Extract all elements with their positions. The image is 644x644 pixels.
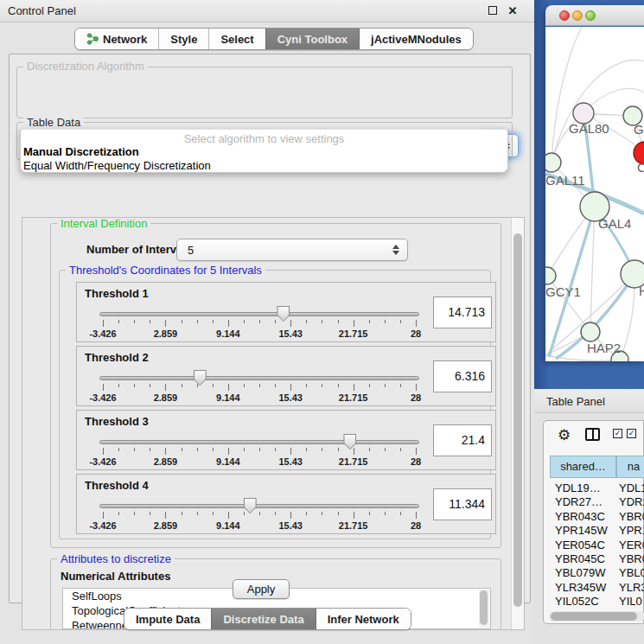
network-node[interactable] (581, 322, 600, 341)
gear-icon[interactable]: ⚙ (558, 426, 571, 444)
table-row-cell[interactable]: YBR043C (555, 510, 615, 523)
tick-mark (354, 320, 354, 327)
float-window-icon[interactable] (487, 5, 499, 17)
close-icon[interactable]: ✕ (507, 5, 519, 17)
minimize-traffic-light-icon[interactable] (572, 10, 583, 21)
slider-ticks (99, 384, 419, 392)
tick-mark (118, 448, 119, 451)
checkbox-icon[interactable]: ✓ (627, 429, 636, 438)
table-row-cell[interactable]: YDR2 (619, 495, 644, 508)
tab-label: Network (103, 33, 147, 46)
dropdown-option-equal-width[interactable]: Equal Width/Frequency Discretization (23, 159, 211, 172)
table-row-cell[interactable]: YBL079W (555, 566, 615, 579)
threshold-value-box[interactable]: 21.4 (433, 424, 492, 456)
dropdown-hint: Select algorithm to view settings (21, 132, 507, 145)
table-window: ⚙ ✓ ✓ shared… na YDL19…YDL1YDR27…YDR2YBR… (543, 420, 644, 624)
attributes-list-scrollbar[interactable] (479, 590, 489, 628)
tick-mark (118, 384, 119, 387)
tab-impute-data[interactable]: Impute Data (124, 609, 211, 629)
tab-style[interactable]: Style (158, 29, 208, 49)
tick-mark (275, 448, 276, 451)
tick-mark (416, 384, 417, 391)
algorithm-group-label: Discretization Algorithm (23, 60, 148, 73)
network-window-titlebar (545, 5, 644, 26)
network-node[interactable] (545, 267, 556, 284)
checkbox-icon[interactable]: ✓ (613, 429, 622, 438)
split-view-icon[interactable] (585, 428, 600, 441)
tick-mark (290, 320, 291, 327)
tab-label: Discretize Data (223, 613, 303, 626)
tick-mark (400, 320, 401, 323)
tick-mark (150, 320, 150, 323)
tick-mark (228, 384, 229, 391)
table-data-group-label: Table Data (23, 116, 84, 129)
tab-infer-network[interactable]: Infer Network (316, 609, 411, 629)
table-row-cell[interactable]: YBL0 (619, 566, 644, 579)
tab-select[interactable]: Select (208, 29, 265, 49)
network-node-label: HAP2 (587, 341, 621, 355)
tick-mark (150, 384, 150, 387)
table-horizontal-scrollbar[interactable] (549, 611, 644, 622)
tick-mark (150, 512, 150, 515)
tick-mark (369, 384, 370, 387)
table-column-header-shared[interactable]: shared… (550, 456, 616, 478)
network-icon (86, 33, 99, 45)
network-node-label: GA (634, 122, 644, 137)
table-row-cell[interactable]: YIL0 (619, 595, 644, 608)
tick-mark (369, 448, 370, 451)
threshold-value-box[interactable]: 11.344 (433, 488, 492, 520)
network-canvas[interactable]: GAL80GACGAL11GAL4GCY1HHAP2 (545, 27, 644, 361)
threshold-slider[interactable]: -3.4262.8599.14415.4321.71528 (99, 498, 419, 532)
threshold-slider[interactable]: -3.4262.8599.14415.4321.71528 (99, 370, 419, 405)
tab-discretize-data[interactable]: Discretize Data (211, 609, 315, 629)
table-row-cell[interactable]: YDR27… (555, 495, 615, 508)
table-row-cell[interactable]: YER054C (555, 539, 615, 552)
tick-mark (400, 512, 401, 515)
tab-network[interactable]: Network (75, 29, 158, 49)
tick-mark (369, 320, 370, 323)
threshold-slider[interactable]: -3.4262.8599.14415.4321.71528 (99, 306, 419, 341)
table-row-cell[interactable]: YPR145W (555, 524, 615, 537)
threshold-value-box[interactable]: 14.713 (433, 296, 492, 328)
tick-mark (322, 512, 322, 515)
threshold-value-box[interactable]: 6.316 (433, 360, 492, 392)
tab-jactivemnodules[interactable]: jActiveMNodules (359, 29, 473, 49)
tab-label: Cyni Toolbox (277, 33, 348, 46)
table-row-cell[interactable]: YLR3 (619, 581, 644, 594)
tick-mark (134, 384, 135, 387)
table-row-cell[interactable]: YBR045C (555, 552, 615, 565)
settings-vertical-scrollbar[interactable] (511, 218, 524, 629)
table-row-cell[interactable]: YER0 (619, 539, 644, 552)
dropdown-option-manual[interactable]: Manual Discretization (23, 145, 139, 158)
slider-scale-labels: -3.4262.8599.14415.4321.71528 (99, 328, 419, 340)
table-row-cell[interactable]: YIL052C (555, 595, 615, 608)
slider-track (99, 376, 419, 380)
tick-mark (165, 448, 166, 455)
table-row-cell[interactable]: YBR0 (619, 510, 644, 523)
table-row-cell[interactable]: YPR1 (619, 524, 644, 537)
node-attribute-table[interactable]: shared… na YDL19…YDL1YDR27…YDR2YBR043CYB… (550, 456, 644, 609)
tick-mark (275, 384, 276, 387)
tick-mark (385, 512, 386, 515)
network-node-label: GAL4 (598, 216, 631, 231)
tick-mark (103, 384, 104, 391)
zoom-traffic-light-icon[interactable] (585, 10, 596, 21)
tick-mark (165, 320, 166, 327)
bottom-tab-bar: Impute DataDiscretize DataInfer Network (124, 608, 411, 630)
tab-label: Select (220, 33, 253, 46)
network-edge (552, 27, 582, 163)
table-column-header-name[interactable]: na (616, 456, 644, 478)
table-row-cell[interactable]: YLR345W (555, 581, 615, 594)
apply-button[interactable]: Apply (233, 579, 290, 599)
table-row-cell[interactable]: YDL19… (555, 481, 615, 494)
scale-label: 2.859 (154, 520, 178, 531)
tick-mark (197, 384, 198, 387)
table-row-cell[interactable]: YBR0 (619, 552, 644, 565)
tick-mark (385, 448, 386, 451)
tab-cyni-toolbox[interactable]: Cyni Toolbox (265, 29, 359, 49)
number-of-intervals-combobox[interactable]: 5 (176, 239, 408, 261)
close-traffic-light-icon[interactable] (559, 10, 570, 21)
table-row-cell[interactable]: YDL1 (619, 481, 644, 494)
network-node[interactable] (545, 153, 561, 172)
threshold-slider[interactable]: -3.4262.8599.14415.4321.71528 (99, 434, 419, 469)
